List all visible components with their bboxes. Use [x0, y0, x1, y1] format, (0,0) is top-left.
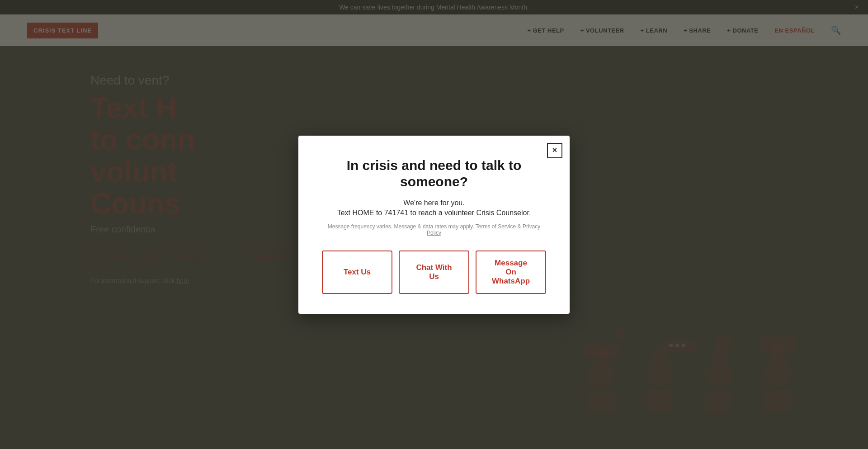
modal-subtitle: We're here for you. [322, 199, 546, 207]
whatsapp-button[interactable]: Message On WhatsApp [476, 250, 546, 294]
modal-title: In crisis and need to talk tosomeone? [322, 157, 546, 190]
modal-dialog: × In crisis and need to talk tosomeone? … [298, 136, 570, 314]
modal-buttons: Text Us Chat With Us Message On WhatsApp [322, 250, 546, 294]
modal-disclaimer: Message frequency varies. Message & data… [322, 223, 546, 236]
modal-overlay: × In crisis and need to talk tosomeone? … [0, 0, 868, 449]
modal-close-button[interactable]: × [547, 143, 562, 158]
modal-instruction: Text HOME to 741741 to reach a volunteer… [322, 209, 546, 217]
chat-with-us-button[interactable]: Chat With Us [399, 250, 469, 294]
text-us-button[interactable]: Text Us [322, 250, 392, 294]
